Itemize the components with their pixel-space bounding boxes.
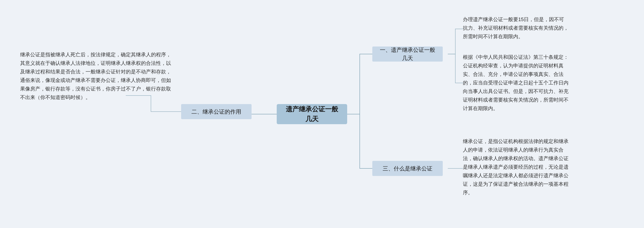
detail-text-1b: 根据《中华人民共和国公证法》第三十条规定：公证机构经审查，认为申请提供的证明材料… xyxy=(463,53,571,113)
detail-text-1a: 办理遗产继承公证一般要15日，但是，因不可抗力、补充证明材料或者需要核实有关情况… xyxy=(463,15,569,41)
mind-map-container: 遗产继承公证一般几天 一、遗产继承公证一般几天 二、继承公证的作用 三、什么是继… xyxy=(0,0,644,228)
branch-node-2: 二、继承公证的作用 xyxy=(181,104,252,119)
branch-node-3: 三、什么是继承公证 xyxy=(372,161,443,176)
center-node: 遗产继承公证一般几天 xyxy=(277,104,347,124)
branch-node-1: 一、遗产继承公证一般几天 xyxy=(372,47,443,62)
detail-text-3: 继承公证，是指公证机构根据法律的规定和继承人的申请，依法证明继承人的继承行为真实… xyxy=(463,137,571,197)
detail-text-2: 继承公证是指被继承人死亡后，按法律规定，确定其继承人的程序，其意义就在于确认继承… xyxy=(20,50,171,102)
